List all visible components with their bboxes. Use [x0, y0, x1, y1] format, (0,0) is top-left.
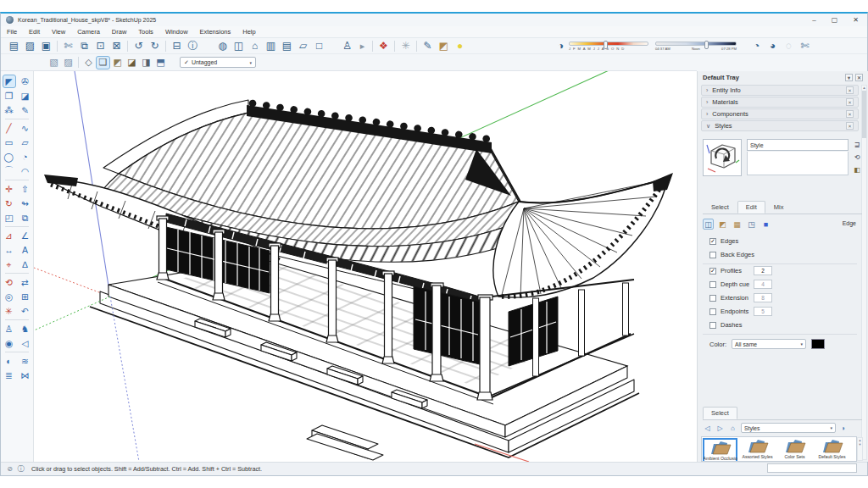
- materials-icon[interactable]: ❖: [376, 39, 392, 53]
- xray-icon[interactable]: ▧: [47, 56, 61, 69]
- dashes-checkbox[interactable]: Dashes: [709, 321, 742, 329]
- modeling-settings-icon[interactable]: ■: [760, 219, 771, 230]
- walk-tool[interactable]: ♞: [19, 322, 32, 336]
- rotated-rectangle-tool[interactable]: ▱: [19, 136, 32, 149]
- axes-tool[interactable]: ⌖: [3, 258, 16, 271]
- back-edges-icon[interactable]: ▨: [61, 56, 75, 69]
- open-icon[interactable]: ▨: [22, 39, 38, 53]
- freehand-tool[interactable]: ∿: [19, 121, 32, 135]
- section-cut-icon[interactable]: ✄: [797, 39, 813, 53]
- tab-browser-select[interactable]: Select: [703, 407, 737, 419]
- layout-icon[interactable]: ▱: [295, 39, 311, 53]
- shaded-textures-icon[interactable]: ◪: [125, 56, 139, 69]
- edge-color-swatch[interactable]: [811, 339, 825, 349]
- turn-tool[interactable]: ◁: [19, 336, 32, 350]
- folder-assorted-styles[interactable]: Assorted Styles: [740, 438, 775, 462]
- menu-draw[interactable]: Draw: [106, 28, 133, 36]
- update-style-icon[interactable]: ⟲: [852, 152, 862, 162]
- scenes-icon[interactable]: ▥: [263, 39, 279, 53]
- depth-cue-value[interactable]: 4: [754, 280, 772, 289]
- menu-window[interactable]: Window: [159, 28, 194, 36]
- three-point-arc-tool[interactable]: ◠: [19, 164, 32, 178]
- shadow-toggle-icon[interactable]: ◑: [553, 39, 569, 53]
- lasso-tool[interactable]: ✇: [19, 75, 32, 88]
- dimension-tool[interactable]: ↔: [3, 243, 16, 257]
- tab-select[interactable]: Select: [703, 201, 737, 214]
- style-description-box[interactable]: [747, 152, 849, 175]
- layers-tool[interactable]: ≣: [3, 369, 16, 382]
- extension-value[interactable]: 8: [754, 293, 772, 302]
- eraser-tool[interactable]: ◪: [19, 89, 32, 103]
- new-icon[interactable]: ▤: [6, 39, 22, 53]
- extension-gear-icon[interactable]: ✳: [398, 39, 414, 53]
- wireframe-icon[interactable]: ◇: [81, 56, 96, 69]
- protractor-tool[interactable]: ∠: [19, 229, 32, 242]
- style-name-input[interactable]: Style: [747, 139, 849, 151]
- pan-tool[interactable]: ⇄: [19, 275, 32, 289]
- watermark-settings-icon[interactable]: ◳: [746, 219, 757, 230]
- folder-color-sets[interactable]: Color Sets: [777, 438, 812, 462]
- home-icon[interactable]: ⌂: [728, 424, 737, 433]
- edges-checkbox[interactable]: ✓Edges: [709, 237, 738, 245]
- home-icon[interactable]: ⌂: [247, 39, 263, 53]
- viewport[interactable]: [34, 71, 697, 462]
- rotate-tool[interactable]: ↻: [3, 197, 16, 210]
- pencil-icon[interactable]: ✎: [420, 39, 436, 53]
- collections-dropdown[interactable]: Styles▾: [741, 423, 836, 433]
- profiles-value[interactable]: 2: [754, 266, 772, 275]
- arc-tool[interactable]: ⌒: [3, 164, 16, 178]
- depth-cue-checkbox[interactable]: Depth cue: [709, 280, 749, 288]
- thumbnails-scrollbar[interactable]: ▲▼: [857, 437, 863, 461]
- tab-mix[interactable]: Mix: [765, 201, 793, 214]
- cut-icon[interactable]: ✄: [60, 39, 76, 53]
- tag-dropdown[interactable]: ✓ Untagged ▾: [180, 57, 256, 68]
- line-tool[interactable]: ╱: [3, 121, 16, 135]
- text-tool[interactable]: A: [19, 243, 32, 257]
- select-tool[interactable]: ◤: [3, 75, 16, 88]
- undo-icon[interactable]: ↺: [131, 39, 147, 53]
- redo-icon[interactable]: ↻: [147, 39, 163, 53]
- section-close-icon[interactable]: ✕: [846, 86, 854, 94]
- tray-pin-icon[interactable]: ▾: [845, 74, 853, 81]
- color-mode-dropdown[interactable]: All same▾: [732, 339, 806, 349]
- shadow-time-slider[interactable]: 04:37 AM Noon 07:28 PM: [655, 40, 737, 52]
- print-icon[interactable]: ⊟: [169, 39, 185, 53]
- menu-file[interactable]: File: [1, 28, 23, 36]
- date-slider-handle[interactable]: [604, 41, 608, 49]
- pie-tool[interactable]: ◔: [19, 150, 32, 164]
- move-tool[interactable]: ✛: [3, 182, 16, 196]
- save-icon[interactable]: ▣: [38, 39, 54, 53]
- fog-tool[interactable]: ≋: [19, 354, 32, 368]
- section-components[interactable]: › Components ✕: [701, 108, 859, 119]
- scale-tool[interactable]: ◰: [3, 211, 16, 225]
- section-entity-info[interactable]: › Entity Info ✕: [701, 85, 859, 96]
- monochrome-icon[interactable]: ◨: [139, 56, 153, 69]
- three-d-text-tool[interactable]: ∆: [19, 258, 32, 271]
- shaded-icon[interactable]: ◩: [110, 56, 125, 69]
- previous-view-tool[interactable]: ↶: [19, 304, 32, 318]
- menu-edit[interactable]: Edit: [23, 28, 46, 36]
- maximize-button[interactable]: ▢: [832, 16, 838, 24]
- new-style-icon[interactable]: ◧: [852, 164, 862, 175]
- back-edges-checkbox[interactable]: Back Edges: [709, 251, 754, 258]
- folder-default-styles[interactable]: Default Styles: [815, 438, 849, 462]
- zoom-tool[interactable]: ◎: [3, 290, 16, 303]
- details-icon[interactable]: ◗: [839, 424, 849, 433]
- fog-icon[interactable]: ◕: [765, 39, 781, 53]
- hidden-line-icon[interactable]: ❏: [96, 56, 110, 69]
- geolocate-icon[interactable]: ⊘: [4, 465, 15, 473]
- offset-tool[interactable]: ⧉: [19, 211, 32, 225]
- time-slider-handle[interactable]: [704, 41, 709, 49]
- paint-bucket-tool[interactable]: ⁂: [3, 103, 16, 117]
- background-settings-icon[interactable]: ▦: [732, 219, 743, 230]
- delete-icon[interactable]: ⊠: [108, 39, 125, 53]
- paste-icon[interactable]: ⊡: [92, 39, 108, 53]
- folder-ambient-occlusion[interactable]: Ambient Occlusion: [703, 438, 737, 462]
- endpoints-value[interactable]: 5: [754, 307, 772, 316]
- tray-scrollbar[interactable]: ▲: [861, 85, 867, 460]
- model-info-icon[interactable]: ⓘ: [185, 39, 201, 53]
- freehand-pencil-tool[interactable]: ✎: [19, 103, 32, 117]
- orbit-tool[interactable]: ⟲: [3, 275, 16, 289]
- shadows-dialog-icon[interactable]: ◔: [748, 39, 765, 53]
- menu-extensions[interactable]: Extensions: [194, 28, 237, 36]
